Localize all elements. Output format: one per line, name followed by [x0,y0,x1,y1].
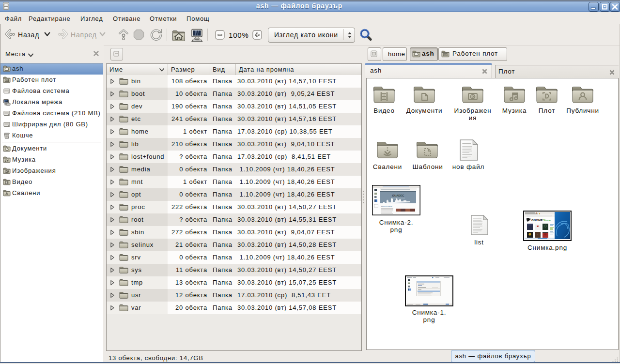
svg-text:GNOME: GNOME [531,218,542,222]
svg-text:GUADEC: GUADEC [392,194,404,197]
svg-text:Store: Store [543,218,551,222]
svg-text:About GUADEC: About GUADEC [381,206,393,208]
